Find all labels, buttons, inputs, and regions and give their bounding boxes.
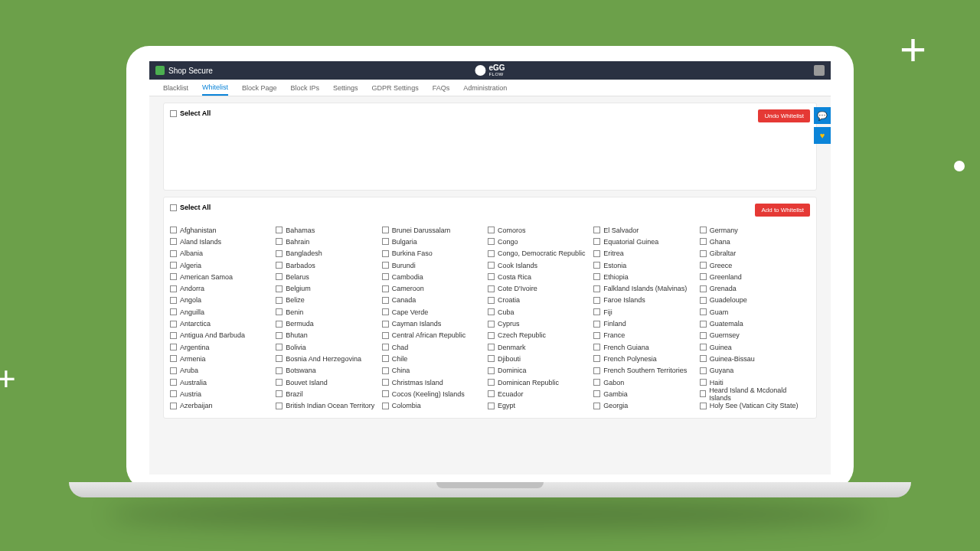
checkbox-icon[interactable] — [276, 355, 283, 362]
checkbox-icon[interactable] — [170, 110, 177, 117]
checkbox-icon[interactable] — [593, 403, 600, 409]
checkbox-icon[interactable] — [700, 250, 707, 257]
country-item[interactable]: Central African Republic — [382, 330, 488, 341]
country-item[interactable]: Guadeloupe — [700, 295, 805, 306]
tab-block-ips[interactable]: Block IPs — [291, 81, 320, 95]
country-item[interactable]: Djibouti — [488, 353, 593, 364]
country-item[interactable]: Aland Islands — [170, 236, 276, 247]
checkbox-icon[interactable] — [382, 250, 389, 257]
country-item[interactable]: Bouvet Island — [276, 377, 381, 388]
country-item[interactable]: Antarctica — [170, 318, 276, 329]
country-item[interactable]: Afghanistan — [170, 224, 276, 236]
country-item[interactable]: Azerbaijan — [170, 399, 276, 411]
checkbox-icon[interactable] — [593, 390, 600, 397]
checkbox-icon[interactable] — [276, 367, 283, 374]
country-item[interactable]: Cote D'Ivoire — [488, 282, 593, 294]
country-item[interactable]: Ghana — [700, 236, 805, 247]
country-item[interactable]: Benin — [276, 306, 381, 318]
checkbox-icon[interactable] — [170, 273, 177, 280]
country-item[interactable]: Czech Republic — [488, 330, 593, 341]
checkbox-icon[interactable] — [488, 297, 495, 304]
country-item[interactable]: Cape Verde — [382, 306, 488, 318]
checkbox-icon[interactable] — [170, 250, 177, 257]
checkbox-icon[interactable] — [700, 367, 707, 374]
add-to-whitelist-button[interactable]: Add to Whitelist — [755, 204, 810, 217]
tab-gdpr-settings[interactable]: GDPR Settings — [372, 81, 419, 95]
country-item[interactable]: Gabon — [593, 377, 699, 388]
checkbox-icon[interactable] — [382, 273, 389, 280]
country-item[interactable]: Bhutan — [276, 330, 381, 341]
checkbox-icon[interactable] — [700, 262, 707, 269]
country-item[interactable]: Brunei Darussalam — [382, 224, 488, 236]
country-item[interactable]: Bermuda — [276, 318, 381, 329]
country-item[interactable]: French Southern Territories — [593, 365, 699, 377]
checkbox-icon[interactable] — [382, 344, 389, 350]
checkbox-icon[interactable] — [170, 403, 177, 409]
country-item[interactable]: Dominican Republic — [488, 377, 593, 388]
country-item[interactable]: Burundi — [382, 259, 488, 271]
checkbox-icon[interactable] — [593, 379, 600, 386]
country-item[interactable]: Ecuador — [488, 388, 593, 399]
country-item[interactable]: Congo, Democratic Republic — [488, 248, 593, 259]
country-item[interactable]: Faroe Islands — [593, 295, 699, 306]
country-item[interactable]: Barbados — [276, 259, 381, 271]
checkbox-icon[interactable] — [382, 238, 389, 245]
country-item[interactable]: Cyprus — [488, 318, 593, 329]
country-item[interactable]: Burkina Faso — [382, 248, 488, 259]
checkbox-icon[interactable] — [488, 273, 495, 280]
checkbox-icon[interactable] — [488, 250, 495, 257]
country-item[interactable]: Fiji — [593, 306, 699, 318]
country-item[interactable]: Bahrain — [276, 236, 381, 247]
checkbox-icon[interactable] — [593, 273, 600, 280]
select-all-whitelist[interactable]: Select All — [170, 109, 211, 117]
country-item[interactable]: Congo — [488, 236, 593, 247]
checkbox-icon[interactable] — [170, 308, 177, 315]
undo-whitelist-button[interactable]: Undo Whitelist — [758, 109, 810, 122]
country-item[interactable]: Bangladesh — [276, 248, 381, 259]
checkbox-icon[interactable] — [700, 297, 707, 304]
country-item[interactable]: Algeria — [170, 259, 276, 271]
checkbox-icon[interactable] — [170, 379, 177, 386]
checkbox-icon[interactable] — [170, 390, 177, 397]
country-item[interactable]: Colombia — [382, 399, 488, 411]
checkbox-icon[interactable] — [276, 250, 283, 257]
checkbox-icon[interactable] — [593, 238, 600, 245]
country-item[interactable]: Comoros — [488, 224, 593, 236]
country-item[interactable]: Heard Island & Mcdonald Islands — [700, 388, 805, 399]
country-item[interactable]: Christmas Island — [382, 377, 488, 388]
country-item[interactable]: Ethiopia — [593, 271, 699, 282]
country-item[interactable]: Belarus — [276, 271, 381, 282]
country-item[interactable]: Denmark — [488, 341, 593, 353]
checkbox-icon[interactable] — [488, 379, 495, 386]
checkbox-icon[interactable] — [593, 321, 600, 328]
country-item[interactable]: Eritrea — [593, 248, 699, 259]
checkbox-icon[interactable] — [276, 344, 283, 350]
checkbox-icon[interactable] — [276, 297, 283, 304]
select-all-countries[interactable]: Select All — [170, 204, 211, 211]
checkbox-icon[interactable] — [700, 390, 707, 397]
country-item[interactable]: China — [382, 365, 488, 377]
country-item[interactable]: Cuba — [488, 306, 593, 318]
checkbox-icon[interactable] — [382, 355, 389, 362]
country-item[interactable]: Cocos (Keeling) Islands — [382, 388, 488, 399]
country-item[interactable]: Costa Rica — [488, 271, 593, 282]
tab-faqs[interactable]: FAQs — [433, 81, 450, 95]
checkbox-icon[interactable] — [170, 355, 177, 362]
checkbox-icon[interactable] — [593, 250, 600, 257]
country-item[interactable]: Holy See (Vatican City State) — [700, 399, 805, 411]
checkbox-icon[interactable] — [382, 367, 389, 374]
tab-settings[interactable]: Settings — [333, 81, 358, 95]
country-item[interactable]: Guyana — [700, 365, 805, 377]
checkbox-icon[interactable] — [488, 308, 495, 315]
checkbox-icon[interactable] — [700, 403, 707, 409]
checkbox-icon[interactable] — [593, 227, 600, 233]
country-item[interactable]: Guinea — [700, 341, 805, 353]
checkbox-icon[interactable] — [170, 262, 177, 269]
checkbox-icon[interactable] — [593, 262, 600, 269]
country-item[interactable]: Chile — [382, 353, 488, 364]
country-item[interactable]: Falkland Islands (Malvinas) — [593, 282, 699, 294]
checkbox-icon[interactable] — [593, 367, 600, 374]
checkbox-icon[interactable] — [276, 390, 283, 397]
country-item[interactable]: Greenland — [700, 271, 805, 282]
checkbox-icon[interactable] — [488, 390, 495, 397]
